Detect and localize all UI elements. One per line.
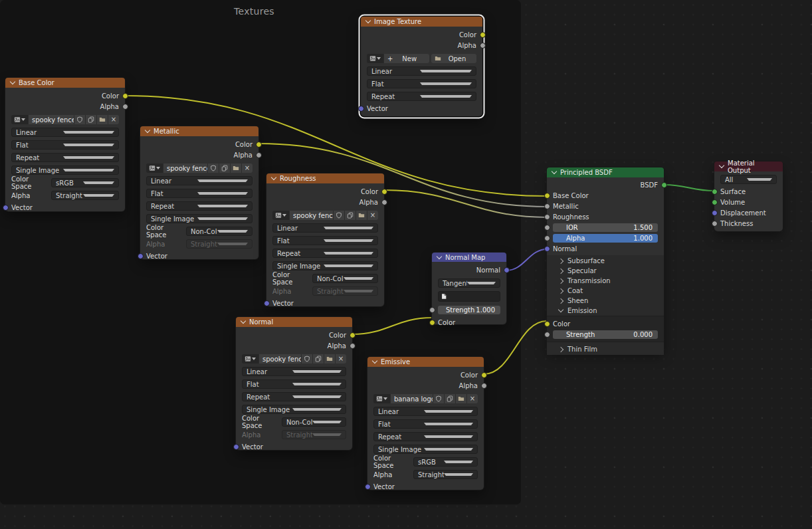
node-header[interactable]: Metallic <box>140 126 258 136</box>
panel-thin-film[interactable]: Thin Film <box>553 344 658 354</box>
source-dropdown[interactable]: Single Image <box>373 445 478 454</box>
projection-dropdown[interactable]: Flat <box>373 419 478 429</box>
chevron-down-icon[interactable] <box>145 128 150 133</box>
open-image-button[interactable] <box>96 115 108 124</box>
node-metallic[interactable]: Metallic Color Alpha spooky fence_D... ×… <box>140 126 258 259</box>
socket-color-output[interactable] <box>256 142 262 148</box>
socket-normal-input[interactable] <box>544 246 550 252</box>
socket-emission-strength-input[interactable] <box>544 332 550 338</box>
open-image-button[interactable] <box>455 394 466 403</box>
alpha-mode-dropdown[interactable]: Straight <box>186 239 253 249</box>
extension-dropdown[interactable]: Repeat <box>11 153 119 162</box>
socket-alpha-output[interactable] <box>481 383 487 389</box>
link-bsdf-to-material-output[interactable] <box>664 185 714 191</box>
socket-color-output[interactable] <box>480 32 486 38</box>
node-normal-map[interactable]: Normal Map Normal Tangent Space Strength… <box>432 253 506 324</box>
socket-surface-input[interactable] <box>712 189 718 195</box>
chevron-down-icon[interactable] <box>10 79 15 84</box>
socket-volume-input[interactable] <box>712 199 718 205</box>
socket-bsdf-output[interactable] <box>661 182 667 188</box>
target-dropdown[interactable]: All <box>720 175 777 184</box>
fake-user-button[interactable] <box>333 211 344 220</box>
node-base-color[interactable]: Base Color Color Alpha spooky fence_D...… <box>5 78 125 211</box>
node-header[interactable]: Emissive <box>367 357 484 367</box>
unlink-image-button[interactable]: × <box>335 354 346 364</box>
node-header[interactable]: Principled BSDF <box>547 167 664 177</box>
node-header[interactable]: Base Color <box>5 78 125 88</box>
extension-dropdown[interactable]: Repeat <box>272 249 378 258</box>
node-normal-texture[interactable]: Normal Color Alpha spooky fence_D... × L… <box>236 317 352 450</box>
chevron-down-icon[interactable] <box>552 169 557 174</box>
socket-normal-output[interactable] <box>504 267 510 273</box>
node-emissive[interactable]: Emissive Color Alpha banana logo (st... … <box>367 357 484 490</box>
socket-vector-input[interactable] <box>264 300 270 306</box>
unlink-image-button[interactable]: × <box>108 115 119 124</box>
open-image-button[interactable] <box>355 211 367 220</box>
alpha-mode-dropdown[interactable]: Straight <box>312 286 378 296</box>
interpolation-dropdown[interactable]: Linear <box>272 223 378 233</box>
socket-color-output[interactable] <box>481 372 487 378</box>
interpolation-dropdown[interactable]: Linear <box>367 66 476 76</box>
panel-sheen[interactable]: Sheen <box>553 296 658 306</box>
alpha-mode-dropdown[interactable]: Straight <box>282 430 346 439</box>
node-roughness[interactable]: Roughness Color Alpha spooky fence_D... … <box>266 173 384 306</box>
image-name-field[interactable]: spooky fence_D... <box>258 354 301 364</box>
unlink-image-button[interactable]: × <box>466 394 478 403</box>
link-normal-texture-to-normal-map[interactable] <box>352 318 432 334</box>
node-header[interactable]: Normal Map <box>432 253 506 262</box>
alpha-slider[interactable]: Alpha 1.000 <box>553 234 658 243</box>
interpolation-dropdown[interactable]: Linear <box>11 128 119 137</box>
socket-vector-input[interactable] <box>358 106 364 112</box>
projection-dropdown[interactable]: Flat <box>146 189 253 198</box>
chevron-down-icon[interactable] <box>437 253 442 259</box>
image-name-field[interactable]: spooky fence_D... <box>163 163 207 173</box>
image-browse-button[interactable] <box>272 211 289 220</box>
node-header[interactable]: Normal <box>236 317 352 327</box>
unlink-image-button[interactable]: × <box>241 163 253 173</box>
projection-dropdown[interactable]: Flat <box>272 236 378 245</box>
image-browse-button[interactable] <box>367 54 383 63</box>
alpha-mode-dropdown[interactable]: Straight <box>413 470 478 479</box>
duplicate-image-button[interactable] <box>312 354 324 364</box>
source-dropdown[interactable]: Single Image <box>146 214 253 223</box>
fake-user-button[interactable] <box>74 115 85 124</box>
panel-transmission[interactable]: Transmission <box>553 276 658 286</box>
image-browse-button[interactable] <box>242 354 258 364</box>
panel-specular[interactable]: Specular <box>553 266 658 276</box>
interpolation-dropdown[interactable]: Linear <box>373 407 478 416</box>
socket-alpha-output[interactable] <box>256 152 262 158</box>
socket-color-output[interactable] <box>350 332 355 338</box>
projection-dropdown[interactable]: Flat <box>242 379 346 389</box>
source-dropdown[interactable]: Single Image <box>11 165 119 175</box>
socket-thickness-input[interactable] <box>712 221 718 227</box>
socket-alpha-output[interactable] <box>381 199 387 205</box>
extension-dropdown[interactable]: Repeat <box>373 432 478 441</box>
node-image-texture[interactable]: Image Texture Color Alpha + New Open <box>361 17 482 116</box>
chevron-down-icon[interactable] <box>719 163 724 168</box>
node-header[interactable]: Roughness <box>266 173 384 183</box>
duplicate-image-button[interactable] <box>344 211 355 220</box>
duplicate-image-button[interactable] <box>85 115 96 124</box>
fake-user-button[interactable] <box>301 354 312 364</box>
node-material-output[interactable]: Material Output All Surface Volume Displ… <box>714 161 783 231</box>
extension-dropdown[interactable]: Repeat <box>146 201 253 211</box>
chevron-down-icon[interactable] <box>241 318 246 324</box>
color-space-dropdown[interactable]: Non-Color <box>312 274 378 283</box>
space-dropdown[interactable]: Tangent Space <box>438 278 500 288</box>
socket-alpha-output[interactable] <box>480 43 486 49</box>
chevron-down-icon[interactable] <box>271 175 276 180</box>
socket-vector-input[interactable] <box>233 444 239 450</box>
socket-alpha-output[interactable] <box>350 343 355 349</box>
alpha-mode-dropdown[interactable]: Straight <box>51 191 119 200</box>
image-browse-button[interactable] <box>146 163 163 173</box>
new-image-button[interactable]: + New <box>383 54 429 63</box>
open-image-button[interactable]: Open <box>431 54 476 63</box>
link-emissive-to-principled[interactable] <box>484 321 547 374</box>
panel-subsurface[interactable]: Subsurface <box>553 256 658 266</box>
node-editor-canvas[interactable]: Textures Image Texture Color Alpha <box>0 0 812 529</box>
color-space-dropdown[interactable]: Non-Color <box>186 227 253 236</box>
socket-strength-input[interactable] <box>429 307 435 313</box>
duplicate-image-button[interactable] <box>444 394 455 403</box>
source-dropdown[interactable]: Single Image <box>272 261 378 270</box>
socket-vector-input[interactable] <box>3 205 9 211</box>
